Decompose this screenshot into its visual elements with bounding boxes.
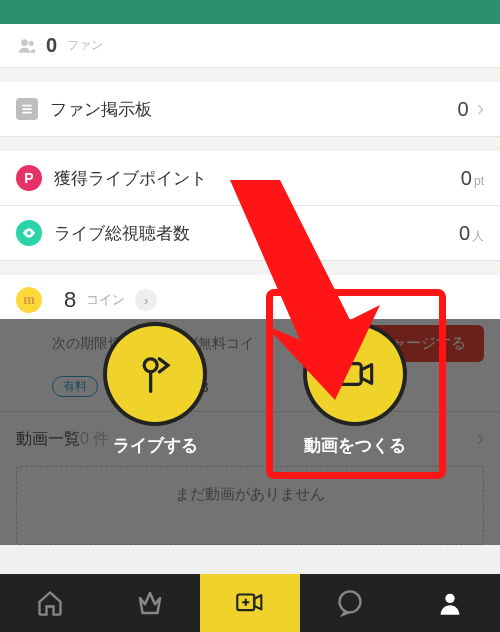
tab-create[interactable]: [200, 574, 300, 632]
points-label: 獲得ライブポイント: [54, 167, 461, 190]
board-icon: [16, 98, 38, 120]
create-video-button[interactable]: 動画をつくる: [290, 326, 420, 457]
points-icon: P: [16, 165, 42, 191]
tab-bar: [0, 574, 500, 632]
fan-count: 0: [46, 34, 57, 57]
viewers-unit: 人: [472, 228, 484, 245]
coin-row[interactable]: m 8 コイン ›: [0, 275, 500, 319]
tab-profile[interactable]: [400, 574, 500, 632]
svg-point-2: [144, 359, 157, 372]
points-value: 0: [461, 167, 472, 190]
live-icon: [107, 326, 203, 422]
tab-ranking[interactable]: [100, 574, 200, 632]
viewers-value: 0: [459, 222, 470, 245]
fan-label: ファン: [67, 37, 103, 54]
go-live-button[interactable]: ライブする: [90, 326, 220, 457]
viewers-label: ライブ総視聴者数: [54, 222, 459, 245]
tab-home[interactable]: [0, 574, 100, 632]
create-label: 動画をつくる: [290, 434, 420, 457]
svg-point-7: [445, 594, 454, 603]
video-camera-icon: [307, 326, 403, 422]
fans-row: 0 ファン: [0, 24, 500, 68]
points-unit: pt: [474, 174, 484, 188]
board-label: ファン掲示板: [50, 98, 458, 121]
svg-point-6: [340, 591, 361, 612]
chevron-right-icon: ›: [135, 289, 157, 311]
svg-rect-3: [338, 364, 361, 385]
svg-point-1: [29, 41, 34, 46]
fan-board-row[interactable]: ファン掲示板 0 ›: [0, 82, 500, 137]
points-row[interactable]: P 獲得ライブポイント 0 pt: [0, 151, 500, 206]
coin-label: コイン: [86, 291, 125, 309]
fans-icon: [16, 36, 38, 56]
modal-overlay: [0, 319, 500, 545]
coin-count: 8: [64, 287, 76, 313]
viewers-row[interactable]: ライブ総視聴者数 0 人: [0, 206, 500, 261]
viewers-icon: [16, 220, 42, 246]
svg-point-0: [21, 39, 28, 46]
board-value: 0: [458, 98, 469, 121]
chevron-right-icon: ›: [477, 96, 484, 122]
live-label: ライブする: [90, 434, 220, 457]
header-bar: [0, 0, 500, 24]
coin-icon: m: [16, 287, 42, 313]
tab-messages[interactable]: [300, 574, 400, 632]
